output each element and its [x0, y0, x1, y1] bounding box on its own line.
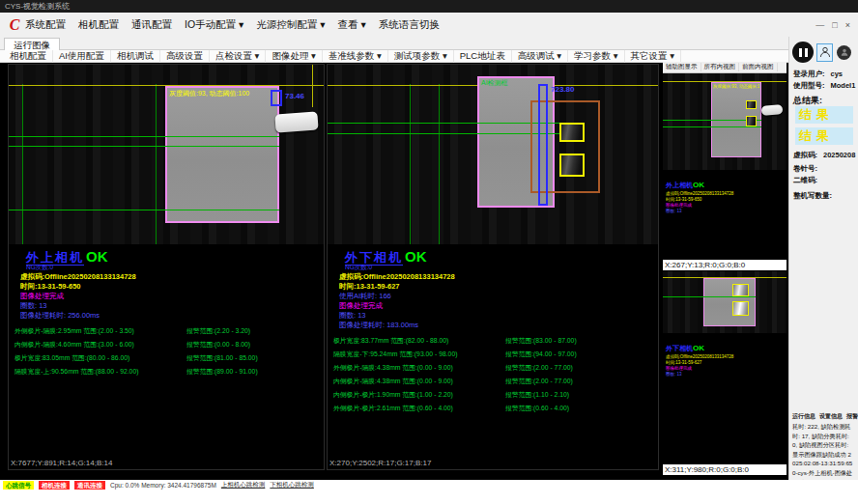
menu-item-camera-config[interactable]: 相机配置 [78, 18, 119, 32]
measurement-row: 内侧极片-隔膜:4.60mm 范围:(3.00 - 6.00)报警范围:(0.0… [14, 338, 322, 351]
virtual-code-label: 虚拟码: [793, 151, 817, 159]
measure-box [271, 90, 282, 106]
green-vertical-line [439, 84, 440, 244]
minimize-icon[interactable]: — [815, 20, 824, 30]
result-text-upper: 外上相机OK NG次数:0 虚拟码:Offline202502081331347… [9, 248, 322, 378]
measure-text: 外侧极片-隔膜:2.95mm 范围:(2.00 - 3.50) [14, 326, 186, 336]
measurement-rows: 外侧极片-隔膜:2.95mm 范围:(2.00 - 3.50)报警范围:(2.2… [14, 324, 322, 378]
pixel-coordinate-readout: X:7677;Y:891;R:14;G:14;B:14 [11, 459, 112, 467]
menu-item-view[interactable]: 查看 ▾ [337, 18, 365, 32]
pixel-coordinate-readout: X:311;Y:980;R:0;G:0;B:0 [663, 464, 786, 475]
measurement-row: 内侧极片-极片:1.90mm 范围:(1.00 - 2.20)报警范围:(1.1… [666, 408, 784, 416]
process-done-label: 图像处理完成 [20, 292, 322, 301]
pause-button[interactable] [792, 42, 814, 63]
threshold-overlay-label: 灰度阈值:93, 动态阈值:100 [713, 84, 759, 90]
login-user-button[interactable] [816, 43, 833, 62]
alarm-range-text: 报警范围:(2.00 - 77.00) [505, 363, 573, 373]
info-tab-settings[interactable]: 设置信息 [819, 412, 843, 421]
barcode-label: 虚拟码:Offline20250208133134728 [339, 272, 656, 282]
pause-icon [805, 48, 808, 57]
elapsed-label: 图像处理耗时: 256.00ms [20, 311, 322, 321]
loop-count-label: 圈数: 13 [339, 311, 656, 321]
toolbar-plc-table[interactable]: PLC地址表 [454, 50, 512, 63]
measure-value-label: 73.46 [285, 92, 304, 100]
operator-button[interactable] [836, 43, 852, 62]
tab-detect-box [559, 123, 585, 142]
qr-code-label: 二维码: [793, 176, 817, 185]
time-label: 时间:13-31-59-650 [20, 282, 322, 292]
tab-detect-box [746, 100, 757, 109]
toolbar-test-params[interactable]: 测试项参数 ▾ [388, 50, 454, 63]
tab-run-image[interactable]: 运行图像 [4, 38, 60, 50]
measure-text: 外侧极片-极片:2.61mm 范围:(0.60 - 4.00) [333, 404, 505, 413]
measurement-row: 外侧极片-隔膜:4.38mm 范围:(0.00 - 9.00)报警范围:(2.0… [666, 393, 784, 401]
barcode-label: 虚拟码:Offline20250208133134728 [20, 272, 322, 282]
toolbar-advanced-settings[interactable]: 高级设置 [160, 50, 210, 63]
measurement-row: 隔膜宽度-上:90.56mm 范围:(88.00 - 92.00)报警范围:(8… [666, 238, 784, 245]
camera-view-lower: AI检测框 723.80 外下相机OK NG次数:0 虚拟码:Offline20… [327, 64, 659, 470]
menu-item-comm-config[interactable]: 通讯配置 [131, 18, 172, 32]
mini-image-lower[interactable] [663, 271, 786, 333]
toolbar-advanced-debug[interactable]: 高级调试 ▾ [512, 50, 568, 63]
toolbar-spot-check[interactable]: 点检设置 ▾ [210, 50, 266, 63]
toolbar-camera-debug[interactable]: 相机调试 [111, 50, 160, 63]
tab-detect-box [732, 284, 749, 296]
separator-band [165, 86, 279, 223]
measurement-row: 隔膜宽度-下:95.24mm 范围:(93.00 - 98.00)报警范围:(9… [333, 348, 656, 361]
mini-image-upper[interactable]: 灰度阈值:93, 动态阈值:100 [663, 73, 786, 170]
cpu-memory-readout: Cpu: 0.0% Memory: 3424.41796875M [110, 482, 216, 489]
measurement-row: 外侧极片-极片:2.61mm 范围:(0.60 - 4.00)报警范围:(0.6… [333, 402, 656, 415]
close-icon[interactable]: × [845, 20, 850, 30]
green-baseline [9, 136, 279, 137]
lower-camera-heartbeat-link[interactable]: 下相机心跳检测 [270, 481, 314, 490]
window-title: CYS-视觉检测系统 [5, 2, 70, 11]
menu-item-language[interactable]: 系统语言切换 [379, 18, 440, 32]
camera-view-upper: 灰度阈值:93, 动态阈值:100 73.46 外上相机OK NG次数:0 虚拟… [8, 64, 325, 470]
ai-elapsed-label: 使用AI耗时: 166 [339, 292, 656, 301]
mini-tab-front-inner[interactable]: 前面内视图 [739, 63, 778, 71]
control-panel: 登录用户:cys 使用型号:Model1 总结果: 结果 结果 虚拟码:2025… [788, 37, 858, 480]
measure-text: 内侧极片-隔膜:4.60mm 范围:(3.00 - 6.00) [14, 340, 186, 350]
mini-tab-aux-view[interactable]: 辅助图显示 [663, 63, 701, 71]
menu-item-light-control[interactable]: 光源控制配置 ▾ [256, 18, 325, 32]
pin-number-label: 卷针号: [793, 164, 817, 174]
upper-camera-heartbeat-link[interactable]: 上相机心跳检测 [221, 481, 266, 490]
result-ok-label: OK [86, 248, 108, 265]
model-label: 使用型号: [793, 81, 825, 90]
info-tab-run[interactable]: 运行信息 [792, 412, 815, 421]
yellow-vertical-line [312, 65, 313, 107]
camera-image-lower[interactable]: AI检测框 723.80 [328, 65, 658, 244]
measure-text: 隔膜宽度-上:90.56mm 范围:(88.00 - 92.00) [14, 367, 186, 377]
green-baseline [663, 296, 756, 297]
menu-item-io-manual[interactable]: IO手动配置 ▾ [185, 18, 243, 32]
green-baseline [9, 210, 279, 210]
mini-view-upper: 灰度阈值:93, 动态阈值:100 外上相机OK 虚拟码:Offline2025… [663, 73, 786, 270]
mini-tab-all-inner[interactable]: 所有内视图 [701, 63, 740, 71]
login-user-field: 登录用户:cys [793, 70, 843, 79]
toolbar-image-process[interactable]: 图像处理 ▾ [266, 50, 322, 63]
measurement-row: 外侧极片-隔膜:2.95mm 范围:(2.00 - 3.50)报警范围:(2.2… [14, 324, 322, 338]
ai-detect-box-label: AI检测框 [481, 78, 508, 88]
toolbar-baseline-params[interactable]: 基准线参数 ▾ [323, 50, 388, 63]
comm-connect-badge: 通讯连接 [74, 481, 105, 490]
maximize-icon[interactable]: □ [832, 20, 837, 30]
title-bar: CYS-视觉检测系统 [0, 0, 858, 13]
camera-image-upper[interactable]: 灰度阈值:93, 动态阈值:100 73.46 [9, 65, 324, 244]
info-tab-alarm[interactable]: 报警信息 [846, 412, 858, 421]
toolbar-camera-config[interactable]: 相机配置 [4, 50, 53, 63]
result-ok-label: OK [693, 344, 704, 352]
toolbar-learn-params[interactable]: 学习参数 ▾ [568, 50, 624, 63]
measurement-row: 极片宽度:83.77mm 范围:(82.00 - 88.00)报警范围:(83.… [333, 334, 656, 348]
toolbar-other-settings[interactable]: 其它设置 ▾ [625, 50, 681, 63]
measure-text: 外侧极片-隔膜:4.38mm 范围:(0.00 - 9.00) [333, 363, 505, 373]
toolbar-ai-config[interactable]: AI使用配置 [53, 50, 111, 63]
result-text-lower: 外下相机OK NG次数:0 虚拟码:Offline202502081331347… [328, 248, 656, 415]
mini-result-text-lower: 外下相机OK 虚拟码:Offline20250208133134728 时间:1… [666, 337, 784, 424]
alarm-range-text: 报警范围:(2.20 - 3.20) [186, 326, 250, 336]
camera-name-label: 外下相机 [666, 345, 693, 351]
user-dark-icon [837, 45, 851, 60]
menu-item-system-config[interactable]: 系统配置 [25, 18, 66, 32]
measurement-row: 隔膜宽度-下:95.24mm 范围:(93.00 - 98.00)报警范围:(9… [666, 385, 784, 393]
app-logo-icon: C [4, 15, 25, 35]
virtual-code-field: 虚拟码:20250208 [793, 151, 855, 160]
